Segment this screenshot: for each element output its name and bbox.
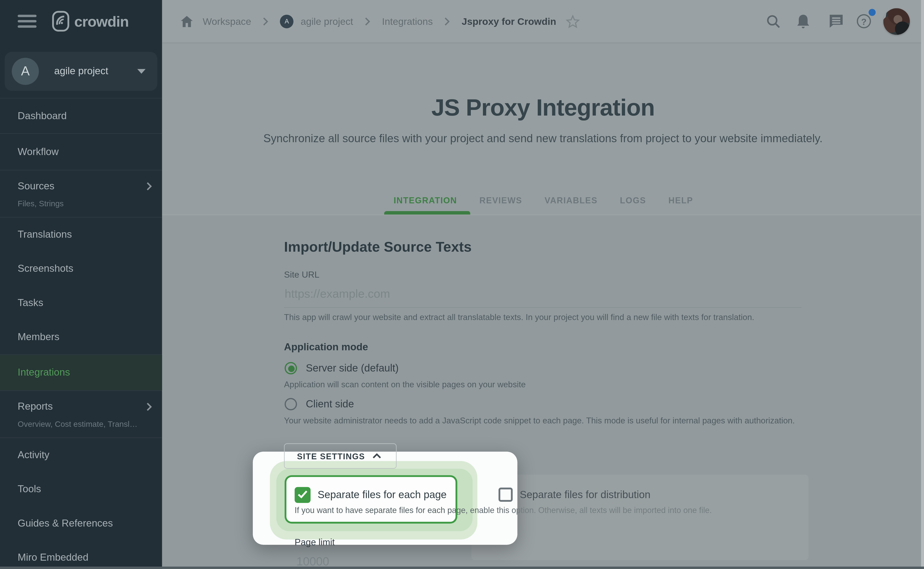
sidebar: crowdin A agile project Dashboard Workfl…	[0, 0, 162, 569]
chevron-right-icon	[263, 17, 269, 26]
messages-icon[interactable]	[828, 0, 844, 43]
crowdin-logo-text: crowdin	[74, 13, 129, 30]
sidebar-item-guides-references[interactable]: Guides & References	[0, 507, 162, 541]
sidebar-item-activity[interactable]: Activity	[0, 438, 162, 472]
breadcrumb-workspace[interactable]: Workspace	[203, 15, 251, 27]
crowdin-logo-icon	[52, 11, 70, 32]
checkbox-separate-files-each-page[interactable]: Separate files for each page	[294, 487, 447, 503]
site-settings-toggle-button[interactable]: SITE SETTINGS	[284, 443, 397, 469]
sidebar-item-tasks[interactable]: Tasks	[0, 286, 162, 320]
tab-reviews[interactable]: REVIEWS	[479, 190, 522, 211]
chevron-up-icon	[373, 453, 381, 459]
breadcrumb-project[interactable]: A agile project	[280, 14, 353, 28]
sidebar-item-workflow[interactable]: Workflow	[0, 134, 162, 170]
scrollbar[interactable]	[921, 0, 924, 567]
site-url-underline	[284, 307, 801, 308]
checkbox-separate-files-distribution[interactable]: Separate files for distribution	[499, 487, 650, 502]
tab-help[interactable]: HELP	[668, 190, 693, 211]
checkbox-unchecked-icon	[499, 487, 513, 502]
sidebar-item-sources[interactable]: Sources Files, Strings	[0, 170, 162, 217]
radio-unselected-icon	[285, 398, 297, 410]
page-limit-input[interactable]	[296, 555, 367, 568]
radio-client-side[interactable]: Client side	[285, 398, 354, 410]
breadcrumb-current-page: Jsproxy for Crowdin	[462, 15, 556, 27]
sidebar-sublabel-reports: Overview, Cost estimate, Transl…	[18, 417, 152, 431]
tab-variables[interactable]: VARIABLES	[545, 190, 598, 211]
favorite-star-icon[interactable]	[566, 14, 580, 28]
page-header: JS Proxy Integration Synchronize all sou…	[162, 43, 924, 215]
tab-bar: INTEGRATION REVIEWS VARIABLES LOGS HELP	[394, 190, 693, 211]
tab-integration[interactable]: INTEGRATION	[394, 190, 457, 211]
user-avatar[interactable]	[883, 0, 910, 43]
project-name: agile project	[54, 65, 137, 77]
site-url-input[interactable]	[285, 287, 802, 301]
sidebar-nav: Dashboard Workflow Sources Files, String…	[0, 98, 162, 569]
chevron-right-icon	[445, 17, 450, 26]
tab-logs[interactable]: LOGS	[620, 190, 646, 211]
top-bar: Workspace A agile project Integrations J…	[162, 0, 924, 43]
sidebar-item-translations[interactable]: Translations	[0, 218, 162, 252]
page-subtitle: Synchronize all source files with your p…	[162, 132, 924, 145]
caret-down-icon	[137, 69, 146, 74]
radio-selected-icon	[285, 362, 297, 374]
project-avatar: A	[12, 58, 39, 85]
sidebar-item-reports[interactable]: Reports Overview, Cost estimate, Transl…	[0, 391, 162, 437]
chevron-right-icon	[146, 402, 152, 412]
checkbox-description: If you want to have separate files for e…	[294, 506, 712, 514]
checkbox-checked-icon	[294, 487, 311, 503]
notification-dot	[868, 9, 875, 16]
client-side-helper: Your website administrator needs to add …	[284, 416, 795, 425]
breadcrumb: Workspace A agile project Integrations J…	[181, 0, 580, 43]
sidebar-item-miro-embedded[interactable]: Miro Embedded	[0, 540, 162, 569]
sidebar-item-screenshots[interactable]: Screenshots	[0, 252, 162, 286]
sidebar-sublabel-sources: Files, Strings	[18, 196, 152, 211]
home-icon[interactable]	[181, 15, 193, 27]
sidebar-item-members[interactable]: Members	[0, 320, 162, 354]
site-url-label: Site URL	[284, 269, 319, 280]
search-icon[interactable]	[766, 0, 781, 43]
sidebar-item-dashboard[interactable]: Dashboard	[0, 98, 162, 133]
hamburger-menu-icon[interactable]	[18, 12, 36, 31]
sidebar-item-integrations[interactable]: Integrations	[0, 355, 162, 391]
page-title: JS Proxy Integration	[162, 94, 924, 121]
site-url-helper: This app will crawl your website and ext…	[284, 312, 754, 322]
project-selector[interactable]: A agile project	[5, 52, 158, 91]
chevron-right-icon	[146, 182, 152, 191]
window-bottom-edge	[0, 566, 924, 569]
project-avatar-small: A	[280, 14, 293, 28]
crowdin-app-window: crowdin A agile project Dashboard Workfl…	[0, 0, 924, 569]
breadcrumb-integrations[interactable]: Integrations	[382, 15, 433, 27]
chevron-right-icon	[365, 17, 370, 26]
page-limit-label: Page limit	[294, 537, 335, 548]
active-tab-indicator	[384, 211, 470, 215]
radio-server-side[interactable]: Server side (default)	[285, 362, 399, 374]
notifications-bell-icon[interactable]	[796, 0, 810, 43]
application-mode-label: Application mode	[284, 341, 368, 353]
sidebar-item-tools[interactable]: Tools	[0, 472, 162, 507]
server-side-helper: Application will scan content on the vis…	[284, 380, 526, 389]
section-title: Import/Update Source Texts	[284, 239, 472, 255]
crowdin-logo[interactable]: crowdin	[52, 11, 129, 32]
